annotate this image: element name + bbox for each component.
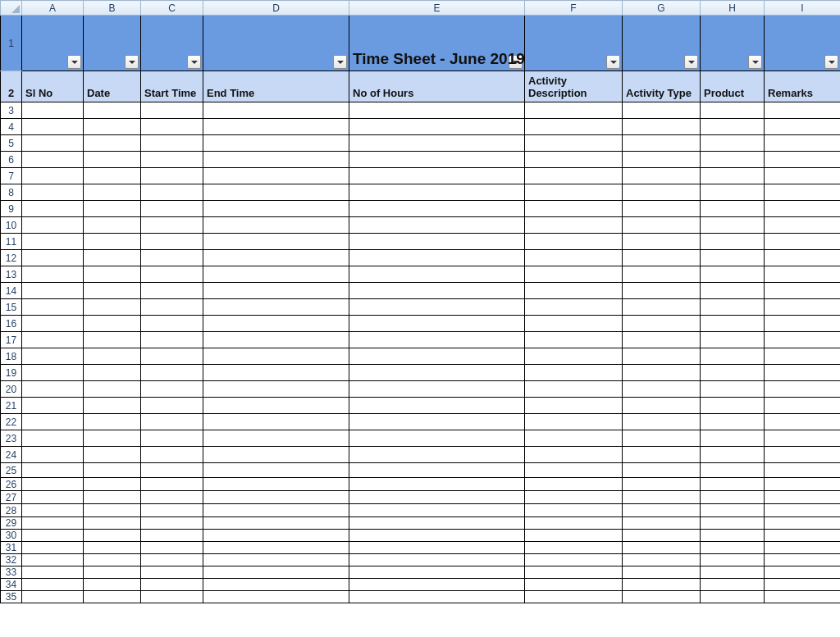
cell-H33[interactable] [701,566,765,579]
cell-A12[interactable] [22,250,84,266]
cell-B24[interactable] [84,447,141,463]
cell-D11[interactable] [203,234,349,250]
cell-B18[interactable] [84,348,141,365]
cell-C6[interactable] [141,152,203,168]
cell-E11[interactable] [349,234,525,250]
cell-D31[interactable] [203,542,349,554]
cell-A17[interactable] [22,332,84,348]
cell-E6[interactable] [349,152,525,168]
cell-H29[interactable] [701,517,765,530]
cell-G13[interactable] [623,266,701,283]
row-header-34[interactable]: 34 [1,579,22,591]
filter-button-B[interactable] [125,55,139,69]
row-header-18[interactable]: 18 [1,348,22,365]
header-cell-I[interactable]: Remarks [765,71,841,102]
cell-F10[interactable] [525,217,623,234]
cell-E24[interactable] [349,447,525,463]
cell-H35[interactable] [701,591,765,603]
column-header-C[interactable]: C [141,1,203,16]
cell-B27[interactable] [84,491,141,504]
cell-A22[interactable] [22,414,84,430]
cell-C11[interactable] [141,234,203,250]
cell-E21[interactable] [349,398,525,414]
column-header-H[interactable]: H [701,1,765,16]
cell-H26[interactable] [701,478,765,491]
cell-B25[interactable] [84,463,141,478]
cell-D22[interactable] [203,414,349,430]
row-header-16[interactable]: 16 [1,316,22,332]
cell-F5[interactable] [525,135,623,152]
cell-D20[interactable] [203,381,349,398]
row-header-22[interactable]: 22 [1,414,22,430]
cell-B35[interactable] [84,591,141,603]
cell-I23[interactable] [765,430,841,447]
cell-G19[interactable] [623,365,701,381]
cell-G18[interactable] [623,348,701,365]
cell-F22[interactable] [525,414,623,430]
cell-E4[interactable] [349,119,525,135]
cell-A6[interactable] [22,152,84,168]
cell-I21[interactable] [765,398,841,414]
column-header-E[interactable]: E [349,1,525,16]
row-header-3[interactable]: 3 [1,102,22,119]
cell-F6[interactable] [525,152,623,168]
header-cell-B[interactable]: Date [84,71,141,102]
cell-D12[interactable] [203,250,349,266]
cell-E34[interactable] [349,579,525,591]
cell-C23[interactable] [141,430,203,447]
column-header-A[interactable]: A [22,1,84,16]
cell-I9[interactable] [765,201,841,217]
cell-B11[interactable] [84,234,141,250]
cell-E9[interactable] [349,201,525,217]
cell-E23[interactable] [349,430,525,447]
cell-B3[interactable] [84,102,141,119]
cell-H18[interactable] [701,348,765,365]
cell-B6[interactable] [84,152,141,168]
cell-H10[interactable] [701,217,765,234]
cell-C14[interactable] [141,283,203,299]
cell-D26[interactable] [203,478,349,491]
cell-C21[interactable] [141,398,203,414]
cell-C4[interactable] [141,119,203,135]
cell-B22[interactable] [84,414,141,430]
cell-G26[interactable] [623,478,701,491]
cell-G20[interactable] [623,381,701,398]
cell-A32[interactable] [22,554,84,566]
cell-I27[interactable] [765,491,841,504]
cell-D6[interactable] [203,152,349,168]
row-header-35[interactable]: 35 [1,591,22,603]
cell-I3[interactable] [765,102,841,119]
cell-F8[interactable] [525,184,623,201]
cell-F31[interactable] [525,542,623,554]
row-header-28[interactable]: 28 [1,504,22,517]
cell-D1[interactable] [203,16,349,71]
cell-I22[interactable] [765,414,841,430]
cell-I12[interactable] [765,250,841,266]
cell-D7[interactable] [203,168,349,184]
cell-F20[interactable] [525,381,623,398]
cell-A23[interactable] [22,430,84,447]
cell-F30[interactable] [525,530,623,542]
cell-H12[interactable] [701,250,765,266]
cell-F16[interactable] [525,316,623,332]
cell-E13[interactable] [349,266,525,283]
cell-D13[interactable] [203,266,349,283]
cell-A29[interactable] [22,517,84,530]
cell-A3[interactable] [22,102,84,119]
cell-H6[interactable] [701,152,765,168]
cell-F9[interactable] [525,201,623,217]
cell-A20[interactable] [22,381,84,398]
filter-button-I[interactable] [824,55,838,69]
cell-F4[interactable] [525,119,623,135]
cell-D3[interactable] [203,102,349,119]
cell-F23[interactable] [525,430,623,447]
cell-I4[interactable] [765,119,841,135]
column-header-D[interactable]: D [203,1,349,16]
cell-D16[interactable] [203,316,349,332]
filter-button-F[interactable] [606,55,620,69]
cell-B17[interactable] [84,332,141,348]
cell-D33[interactable] [203,566,349,579]
cell-G1[interactable] [623,16,701,71]
cell-I14[interactable] [765,283,841,299]
cell-B33[interactable] [84,566,141,579]
